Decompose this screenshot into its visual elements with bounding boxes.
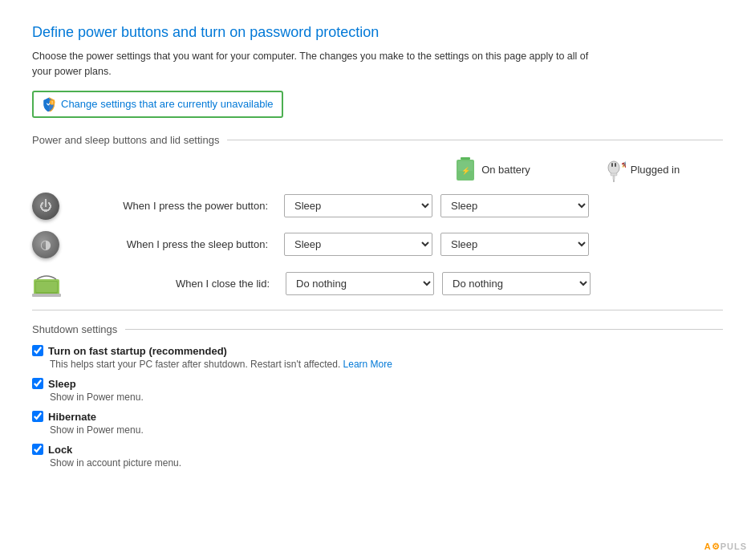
- settings-row: ⏻ When I press the power button: Do noth…: [32, 193, 723, 220]
- svg-rect-10: [611, 173, 617, 176]
- checkbox-lock[interactable]: [32, 444, 43, 455]
- svg-rect-17: [32, 294, 61, 297]
- checkbox-text-lock: Lock: [48, 444, 72, 456]
- page-description: Choose the power settings that you want …: [32, 49, 610, 79]
- sleep-button-icon: ◑: [32, 231, 59, 258]
- checkbox-text-hibernate: Hibernate: [48, 411, 96, 423]
- checkbox-desc-lock: Show in account picture menu.: [50, 457, 723, 469]
- svg-rect-16: [36, 282, 57, 292]
- shutdown-item-lock: Lock Show in account picture menu.: [32, 444, 723, 469]
- on-battery-dropdown-wrap: Do nothingSleepHibernateShut downTurn of…: [284, 194, 432, 217]
- shutdown-item-fast_startup: Turn on fast startup (recommended) This …: [32, 345, 723, 370]
- plugged-in-header: 🚀 Plugged in: [566, 158, 715, 182]
- settings-row: ◑ When I press the sleep button: Do noth…: [32, 231, 723, 258]
- svg-point-7: [608, 161, 619, 174]
- checkbox-fast_startup[interactable]: [32, 345, 43, 356]
- change-settings-button[interactable]: ! Change settings that are currently una…: [32, 91, 283, 118]
- svg-text:⚡: ⚡: [461, 166, 471, 176]
- on-battery-select[interactable]: Do nothingSleepHibernateShut downTurn of…: [286, 272, 434, 295]
- row-label: When I press the power button:: [67, 200, 276, 212]
- checkbox-desc-fast_startup: This helps start your PC faster after sh…: [50, 359, 723, 370]
- checkbox-desc-hibernate: Show in Power menu.: [50, 424, 723, 436]
- power-button-icon: ⏻: [32, 193, 59, 220]
- shutdown-item-sleep: Sleep Show in Power menu.: [32, 378, 723, 403]
- on-battery-select[interactable]: Do nothingSleepHibernateShut downTurn of…: [284, 233, 432, 256]
- shutdown-items: Turn on fast startup (recommended) This …: [32, 345, 723, 469]
- moon-symbol: ◑: [40, 237, 51, 252]
- checkbox-label-fast_startup[interactable]: Turn on fast startup (recommended): [32, 345, 723, 357]
- shutdown-section-title: Shutdown settings: [32, 323, 723, 335]
- checkbox-text-sleep: Sleep: [48, 378, 76, 390]
- shield-icon: !: [42, 97, 56, 112]
- laptop-lid-svg: [32, 271, 61, 297]
- power-settings-rows: ⏻ When I press the power button: Do noth…: [32, 193, 723, 298]
- svg-rect-8: [611, 163, 613, 167]
- checkbox-label-lock[interactable]: Lock: [32, 444, 723, 456]
- row-label: When I close the lid:: [69, 278, 278, 290]
- lid-icon: [32, 270, 61, 298]
- checkbox-hibernate[interactable]: [32, 411, 43, 422]
- checkbox-text-fast_startup: Turn on fast startup (recommended): [48, 345, 227, 357]
- plugged-in-dropdown-wrap: Do nothingSleepHibernateShut downTurn of…: [440, 233, 589, 256]
- plug-icon: 🚀: [602, 158, 626, 182]
- learn-more-link[interactable]: Learn More: [343, 359, 392, 370]
- shutdown-item-hibernate: Hibernate Show in Power menu.: [32, 411, 723, 436]
- checkbox-desc-sleep: Show in Power menu.: [50, 392, 723, 403]
- battery-icon: ⚡: [454, 156, 477, 185]
- power-sleep-section-title: Power and sleep buttons and lid settings: [32, 134, 723, 146]
- on-battery-dropdown-wrap: Do nothingSleepHibernateShut downTurn of…: [286, 272, 434, 295]
- svg-rect-9: [615, 163, 616, 167]
- power-symbol: ⏻: [39, 199, 52, 213]
- row-label: When I press the sleep button:: [67, 238, 276, 250]
- page-title: Define power buttons and turn on passwor…: [32, 24, 723, 41]
- change-settings-label: Change settings that are currently unava…: [61, 98, 274, 110]
- shutdown-section: Shutdown settings Turn on fast startup (…: [32, 323, 723, 469]
- on-battery-header: ⚡ On battery: [418, 156, 566, 185]
- plugged-in-select[interactable]: Do nothingSleepHibernateShut downTurn of…: [440, 233, 589, 256]
- settings-row: When I close the lid: Do nothingSleepHib…: [32, 270, 723, 298]
- plugged-in-select[interactable]: Do nothingSleepHibernateShut downTurn of…: [442, 272, 591, 295]
- checkbox-sleep[interactable]: [32, 378, 43, 389]
- svg-rect-11: [613, 176, 615, 180]
- checkbox-label-sleep[interactable]: Sleep: [32, 378, 723, 390]
- checkbox-label-hibernate[interactable]: Hibernate: [32, 411, 723, 423]
- svg-text:🚀: 🚀: [621, 158, 626, 168]
- on-battery-select[interactable]: Do nothingSleepHibernateShut downTurn of…: [284, 194, 432, 217]
- on-battery-dropdown-wrap: Do nothingSleepHibernateShut downTurn of…: [284, 233, 432, 256]
- svg-rect-2: [461, 157, 470, 160]
- plugged-in-dropdown-wrap: Do nothingSleepHibernateShut downTurn of…: [440, 194, 589, 217]
- section-divider: [32, 310, 723, 310]
- column-headers: ⚡ On battery 🚀 Plugged in: [32, 156, 723, 185]
- plugged-in-dropdown-wrap: Do nothingSleepHibernateShut downTurn of…: [442, 272, 591, 295]
- plugged-in-select[interactable]: Do nothingSleepHibernateShut downTurn of…: [440, 194, 589, 217]
